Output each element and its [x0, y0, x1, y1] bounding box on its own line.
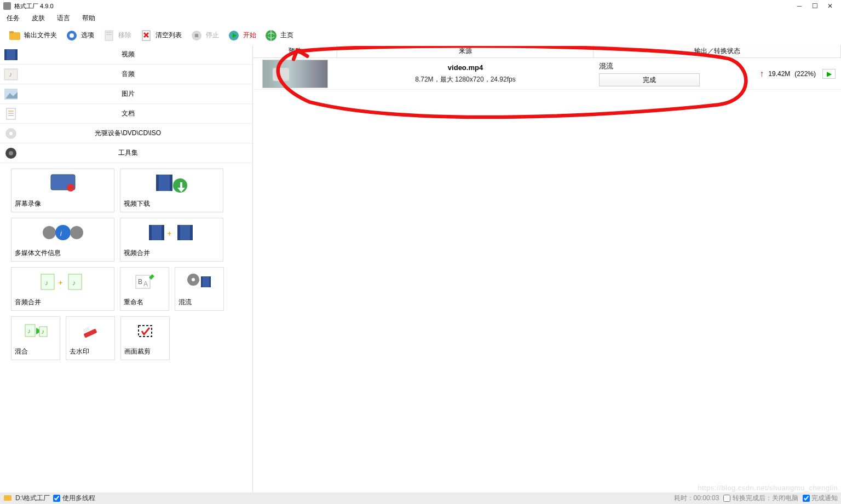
status-button[interactable]: 完成: [599, 73, 700, 86]
disc-icon: [2, 125, 20, 142]
file-info: 8.72M，最大 1280x720，24.92fps: [415, 75, 515, 84]
tool-video-merge[interactable]: + 视频合并: [120, 218, 223, 262]
tool-mux-blend-label: 混合: [11, 345, 60, 360]
menubar: 任务 皮肤 语言 帮助: [0, 12, 841, 24]
output-mode: 混流: [599, 61, 632, 71]
screen-record-icon: [11, 169, 114, 197]
category-document[interactable]: 文档: [0, 104, 252, 124]
stop-icon: [189, 28, 204, 43]
folder-mini-icon: [3, 494, 12, 503]
home-icon: [264, 28, 278, 43]
category-audio-label: 音频: [22, 69, 252, 79]
svg-rect-0: [9, 32, 20, 40]
tool-remove-watermark[interactable]: 去水印: [66, 316, 115, 360]
sidebar: 视频 ♪ 音频 图片 文档 光驱设备\DVD\CD\ISO 工具集 屏幕录像: [0, 45, 253, 494]
row-source: video.mp4 8.72M，最大 1280x720，24.92fps: [337, 58, 594, 89]
task-row[interactable]: video.mp4 8.72M，最大 1280x720，24.92fps 混流 …: [253, 58, 841, 90]
category-disc[interactable]: 光驱设备\DVD\CD\ISO: [0, 124, 252, 143]
col-output[interactable]: 输出／转换状态: [594, 45, 841, 57]
tool-rename[interactable]: BA 重命名: [120, 267, 169, 311]
after-done-check[interactable]: 转换完成后：关闭电脑: [723, 494, 798, 503]
svg-rect-34: [156, 175, 159, 191]
menu-help[interactable]: 帮助: [79, 13, 99, 24]
video-thumbnail[interactable]: [262, 60, 328, 88]
svg-rect-62: [209, 276, 211, 287]
stop-button[interactable]: 停止: [186, 27, 222, 44]
category-toolset-label: 工具集: [22, 148, 252, 158]
status-elapsed: 耗时：00:00:03: [674, 494, 719, 503]
svg-text:♪: ♪: [45, 279, 48, 287]
category-image-label: 图片: [22, 89, 252, 99]
svg-point-41: [70, 226, 83, 239]
main-list: 预览 来源 输出／转换状态 video.mp4 8.72M，最大 1280x72…: [253, 45, 841, 494]
menu-task[interactable]: 任务: [3, 13, 23, 24]
svg-text:A: A: [143, 280, 148, 288]
minimize-button[interactable]: ─: [792, 1, 807, 11]
tool-screen-record-label: 屏幕录像: [11, 197, 114, 212]
svg-rect-43: [149, 225, 152, 240]
svg-rect-61: [201, 276, 203, 287]
category-video-label: 视频: [22, 50, 252, 59]
result-size: 19.42M: [768, 70, 790, 78]
home-button[interactable]: 主页: [261, 27, 297, 44]
svg-text:B: B: [138, 278, 142, 286]
menu-language[interactable]: 语言: [54, 13, 73, 24]
statusbar: D:\格式工厂 使用多线程 耗时：00:00:03 转换完成后：关闭电脑 完成通…: [0, 493, 841, 504]
mux-icon: [175, 268, 223, 296]
start-label: 开始: [243, 31, 256, 40]
tool-mux[interactable]: 混流: [175, 267, 224, 311]
toolbar: 输出文件夹 选项 移除 清空列表 停止 开始 主页: [0, 24, 841, 45]
options-icon: [65, 28, 79, 43]
tool-audio-merge[interactable]: ♪+♪ 音频合并: [11, 267, 114, 311]
tool-video-download[interactable]: 视频下载: [120, 169, 223, 212]
window-title: 格式工厂 4.9.0: [14, 2, 792, 10]
remove-watermark-icon: [66, 317, 114, 345]
home-label: 主页: [280, 31, 293, 40]
start-button[interactable]: 开始: [223, 27, 260, 44]
svg-text:i: i: [60, 230, 62, 237]
category-video[interactable]: 视频: [0, 45, 252, 65]
tool-remove-watermark-label: 去水印: [66, 345, 114, 360]
tool-audio-merge-label: 音频合并: [11, 296, 114, 310]
file-name: video.mp4: [448, 63, 483, 72]
play-result-button[interactable]: ▶: [822, 69, 836, 79]
category-image[interactable]: 图片: [0, 84, 252, 104]
video-merge-icon: +: [120, 218, 223, 246]
svg-rect-70: [4, 495, 11, 501]
multithread-check[interactable]: 使用多线程: [53, 494, 95, 503]
stop-label: 停止: [206, 31, 219, 40]
col-preview[interactable]: 预览: [253, 45, 337, 57]
app-icon: [3, 2, 11, 10]
status-path[interactable]: D:\格式工厂: [15, 494, 50, 503]
category-toolset[interactable]: 工具集: [0, 143, 252, 163]
svg-rect-1: [9, 31, 14, 33]
output-folder-button[interactable]: 输出文件夹: [4, 27, 60, 44]
tool-crop[interactable]: 画面裁剪: [120, 316, 170, 360]
audio-merge-icon: ♪+♪: [11, 268, 114, 296]
category-disc-label: 光驱设备\DVD\CD\ISO: [22, 129, 252, 138]
row-output: 混流 完成 ↑ 19.42M (222%) ▶: [594, 58, 841, 89]
svg-rect-11: [195, 34, 198, 37]
maximize-button[interactable]: ☐: [807, 1, 822, 11]
list-header: 预览 来源 输出／转换状态: [253, 45, 841, 58]
tool-video-merge-label: 视频合并: [120, 246, 223, 261]
svg-text:+: +: [59, 279, 62, 287]
col-source[interactable]: 来源: [337, 45, 594, 57]
clear-list-button[interactable]: 清空列表: [136, 27, 185, 44]
category-document-label: 文档: [22, 109, 252, 118]
tool-media-info[interactable]: i 多媒体文件信息: [11, 218, 114, 262]
tool-mux-label: 混流: [175, 296, 223, 310]
clear-icon: [139, 28, 153, 43]
rename-icon: BA: [120, 268, 169, 296]
remove-icon: [102, 28, 116, 43]
image-icon: [2, 86, 20, 102]
category-audio[interactable]: ♪ 音频: [0, 65, 252, 84]
tool-screen-record[interactable]: 屏幕录像: [11, 169, 114, 212]
remove-button[interactable]: 移除: [99, 27, 135, 44]
options-button[interactable]: 选项: [61, 27, 97, 44]
tool-mux-blend[interactable]: ♪♪ 混合: [11, 316, 60, 360]
tools-grid: 屏幕录像 视频下载 i 多媒体文件信息 + 视频合并 ♪+♪ 音频合并 BA 重…: [0, 163, 252, 366]
menu-skin[interactable]: 皮肤: [28, 13, 48, 24]
done-notify-check[interactable]: 完成通知: [803, 494, 838, 503]
close-button[interactable]: ✕: [822, 1, 838, 11]
